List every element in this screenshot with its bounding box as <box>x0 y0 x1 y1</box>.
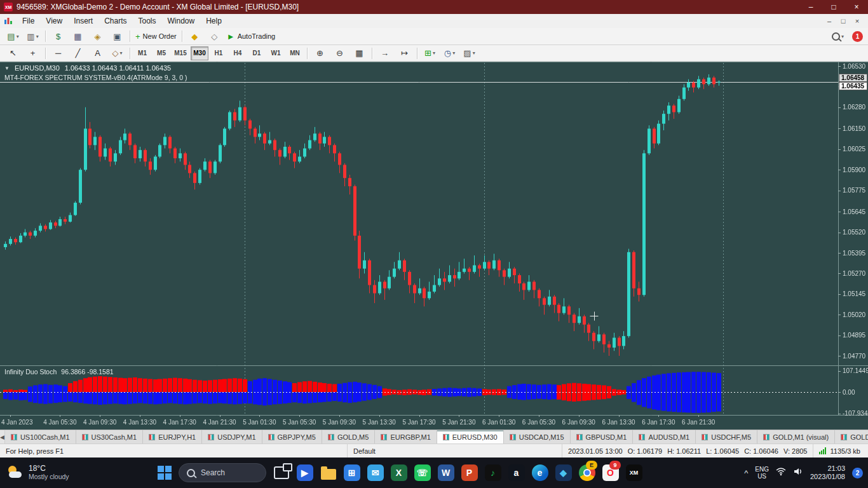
chart-tab-usdchf[interactable]: USDCHF,M5 <box>696 430 757 444</box>
volume-icon[interactable] <box>793 467 803 478</box>
expert-advisors-button[interactable]: ◇ <box>205 29 224 44</box>
menu-tools[interactable]: Tools <box>133 15 162 27</box>
child-restore-button[interactable]: □ <box>836 17 850 25</box>
toolbar-separator <box>307 48 308 59</box>
chart-tab-eurusd[interactable]: EURUSD,M30 <box>437 430 504 444</box>
status-profile[interactable]: Default <box>348 444 562 458</box>
language-indicator[interactable]: ENG US <box>755 466 769 480</box>
new-chart-button[interactable]: ▤▾ <box>3 29 23 44</box>
red-browser-icon[interactable]: O9 <box>599 459 622 487</box>
auto-scroll-button[interactable]: → <box>375 46 395 61</box>
zoom-out-button[interactable]: ⊖ <box>330 46 349 61</box>
notification-count-badge[interactable]: 2 <box>852 468 863 478</box>
connection-status[interactable]: 1135/3 kb <box>813 444 868 458</box>
excel-icon[interactable]: X <box>387 459 410 487</box>
close-button[interactable]: × <box>845 0 868 14</box>
tile-windows-button[interactable]: ▦ <box>349 46 369 61</box>
collapse-triangle-icon[interactable]: ▼ <box>4 65 10 71</box>
menu-view[interactable]: View <box>40 15 68 27</box>
templates-button[interactable]: ▨▾ <box>459 46 479 61</box>
media-player-icon[interactable]: ▶ <box>293 459 316 487</box>
shapes-button[interactable]: ◇▾ <box>107 46 127 61</box>
notification-badge[interactable]: 1 <box>852 31 863 42</box>
profiles-button[interactable]: ▥▾ <box>23 29 43 44</box>
timeframe-h4[interactable]: H4 <box>229 46 247 60</box>
child-minimize-button[interactable]: – <box>822 17 836 25</box>
mail-icon[interactable]: ✉ <box>363 459 387 487</box>
chart-tab-us30cash[interactable]: US30Cash,M1 <box>76 430 144 444</box>
microsoft-store-icon[interactable]: ⊞ <box>340 459 363 487</box>
chart-shift-button[interactable]: ↦ <box>395 46 414 61</box>
menu-insert[interactable]: Insert <box>68 15 98 27</box>
timeframe-m5[interactable]: M5 <box>153 46 170 60</box>
menu-file[interactable]: File <box>17 15 40 27</box>
indicators-button[interactable]: ⊞▾ <box>420 46 440 61</box>
chart-tab-usdcad[interactable]: USDCAD,M15 <box>504 430 571 444</box>
timeframe-w1[interactable]: W1 <box>267 46 285 60</box>
chart-tab-audusd[interactable]: AUDUSD,M1 <box>633 430 696 444</box>
start-button[interactable] <box>154 460 175 485</box>
menu-help[interactable]: Help <box>200 15 227 27</box>
chart-tab-usdjpy[interactable]: USDJPY,M1 <box>202 430 262 444</box>
hline-button[interactable]: ─ <box>48 46 68 61</box>
amazon-icon[interactable]: a <box>505 459 528 487</box>
chrome-icon[interactable]: E <box>575 459 599 487</box>
cursor-button[interactable]: ↖ <box>3 46 23 61</box>
timeframe-mn[interactable]: MN <box>286 46 304 60</box>
market-watch-button[interactable]: $ <box>48 29 68 44</box>
word-icon[interactable]: W <box>434 459 458 487</box>
chevron-down-icon: ▾ <box>119 50 122 56</box>
whatsapp-icon[interactable]: ☏ <box>410 459 434 487</box>
periods-button[interactable]: ◷▾ <box>440 46 459 61</box>
edge-icon[interactable]: e <box>528 459 552 487</box>
data-window-button[interactable]: ▦ <box>68 29 88 44</box>
menu-window[interactable]: Window <box>162 15 201 27</box>
taskbar-clock[interactable]: 21:03 2023/01/08 <box>810 464 845 481</box>
profiles-icon: ▥ <box>27 32 34 41</box>
taskbar-search[interactable]: Search <box>179 463 266 482</box>
terminal-button[interactable]: ▣ <box>107 29 127 44</box>
menu-charts[interactable]: Charts <box>98 15 132 27</box>
search-button[interactable]: ▾ <box>828 29 848 44</box>
chart-tab-gbpjpy[interactable]: GBPJPY,M5 <box>262 430 322 444</box>
trendline-button[interactable]: ╱ <box>68 46 88 61</box>
new-chart-icon: ▤ <box>7 32 15 41</box>
powerpoint-icon[interactable]: P <box>458 459 481 487</box>
crosshair-button[interactable]: + <box>23 46 43 61</box>
wifi-icon[interactable] <box>776 467 786 478</box>
price-chart-canvas[interactable] <box>0 62 868 430</box>
timeframe-m30[interactable]: M30 <box>191 46 208 60</box>
tabs-scroll-left-button[interactable]: ◀ <box>0 430 5 444</box>
timeframe-m15[interactable]: M15 <box>172 46 189 60</box>
task-view-icon[interactable] <box>269 459 293 487</box>
indicator-label: Infinity Duo Stoch 96.3866 -98.1581 <box>4 368 114 376</box>
spotify-icon[interactable]: ♪ <box>481 459 505 487</box>
chart-tab-gold[interactable]: GOLD,M1 (visual) <box>757 430 835 444</box>
weather-widget[interactable]: 18°C Mostly cloudy <box>6 458 69 488</box>
chart-tab-eurjpy[interactable]: EURJPY,H1 <box>143 430 202 444</box>
text-button[interactable]: A <box>88 46 107 61</box>
maximize-button[interactable]: □ <box>822 0 845 14</box>
metaeditor-button[interactable]: ◆ <box>185 29 205 44</box>
weather-temp: 18°C <box>29 464 69 473</box>
timeframe-m1[interactable]: M1 <box>133 46 151 60</box>
xm-platform-icon[interactable]: XM <box>622 459 646 487</box>
child-close-button[interactable]: × <box>850 17 864 25</box>
autotrading-button[interactable]: ►AutoTrading <box>224 29 278 44</box>
timeframe-d1[interactable]: D1 <box>248 46 266 60</box>
chart-tab-gold[interactable]: GOLD,M1 (visual) <box>835 430 868 444</box>
minimize-button[interactable]: – <box>799 0 822 14</box>
chart-tab-gbpusd[interactable]: GBPUSD,M1 <box>571 430 634 444</box>
chevron-up-icon[interactable]: ^ <box>744 468 748 478</box>
chart-tab-label: EURGBP,M1 <box>390 433 430 441</box>
chart-tab-gold[interactable]: GOLD,M5 <box>322 430 376 444</box>
zoom-in-button[interactable]: ⊕ <box>310 46 330 61</box>
chart-tab-eurgbp[interactable]: EURGBP,M1 <box>375 430 437 444</box>
photos-icon[interactable]: ◆ <box>552 459 575 487</box>
chart-tab-us100cash[interactable]: US100Cash,M1 <box>5 430 76 444</box>
file-explorer-icon[interactable] <box>316 459 340 487</box>
new-order-button[interactable]: +New Order <box>133 29 179 44</box>
chart-ohlc-quotes: 1.06433 1.06443 1.06411 1.06435 <box>65 64 171 72</box>
navigator-button[interactable]: ◈ <box>88 29 107 44</box>
timeframe-h1[interactable]: H1 <box>210 46 227 60</box>
